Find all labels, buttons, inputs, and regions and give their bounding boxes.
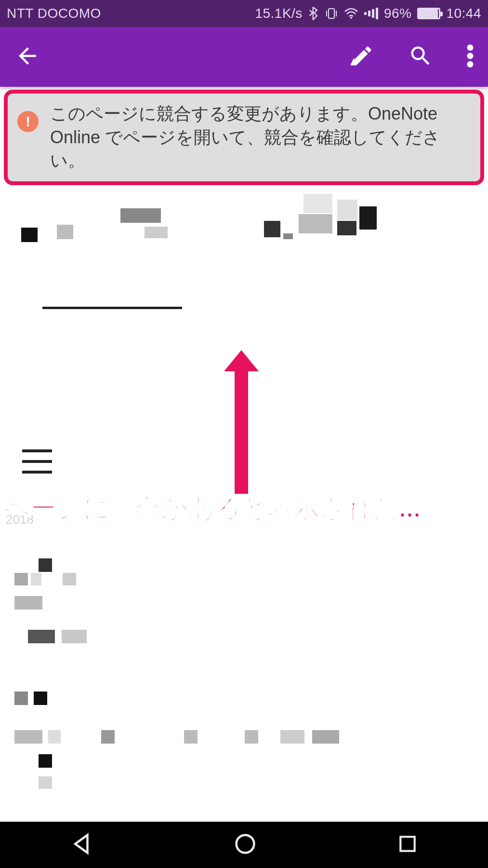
redacted-block	[57, 225, 73, 239]
note-content-area[interactable]: 2018 ページに競合があると表示された...	[0, 185, 488, 868]
redacted-block	[28, 630, 55, 643]
banner-text: このページに競合する変更があります。OneNote Online でページを開い…	[50, 102, 471, 173]
redacted-block	[264, 221, 280, 237]
edit-pen-button[interactable]	[349, 43, 374, 70]
redacted-block	[337, 221, 356, 235]
carrier-label: NTT DOCOMO	[7, 6, 101, 21]
redacted-block	[34, 692, 47, 705]
redacted-block	[14, 596, 42, 610]
redacted-block	[14, 730, 42, 744]
redacted-block	[48, 730, 61, 744]
status-bar: NTT DOCOMO 15.1K/s 96% 10:44	[0, 0, 488, 27]
redacted-block	[184, 730, 198, 744]
network-speed: 15.1K/s	[255, 6, 302, 21]
svg-point-1	[350, 17, 352, 19]
redacted-block	[283, 233, 293, 239]
redacted-block	[101, 730, 115, 744]
battery-percent: 96%	[384, 6, 412, 21]
svg-rect-6	[400, 837, 414, 851]
android-nav-bar	[0, 822, 488, 868]
redacted-block	[39, 754, 52, 768]
redacted-block	[39, 558, 52, 572]
signal-icon	[364, 8, 378, 19]
annotation-arrow	[235, 367, 248, 494]
bluetooth-icon	[308, 7, 319, 20]
redacted-block	[39, 776, 52, 789]
redacted-block	[337, 200, 357, 220]
redacted-block	[312, 730, 339, 744]
search-button[interactable]	[408, 43, 433, 70]
redacted-block	[280, 730, 304, 744]
redacted-block	[31, 573, 41, 585]
svg-point-4	[467, 61, 474, 68]
warning-icon: !	[17, 111, 39, 132]
conflict-banner[interactable]: ! このページに競合する変更があります。OneNote Online でページを…	[4, 90, 484, 185]
svg-point-2	[467, 44, 474, 51]
redacted-block	[62, 630, 87, 643]
redacted-block	[63, 573, 76, 585]
redacted-block	[303, 194, 332, 213]
nav-recent-button[interactable]	[397, 834, 418, 856]
wifi-icon	[344, 8, 358, 19]
svg-point-3	[467, 53, 474, 59]
back-button[interactable]	[14, 62, 40, 70]
app-bar	[0, 27, 488, 87]
redacted-block	[42, 307, 182, 309]
list-icon	[22, 449, 52, 481]
redacted-block	[299, 214, 332, 233]
vibrate-icon	[325, 7, 338, 20]
redacted-block	[359, 206, 377, 230]
battery-icon	[417, 8, 440, 19]
redacted-block	[14, 573, 28, 585]
clock: 10:44	[446, 6, 481, 21]
svg-rect-0	[329, 9, 334, 18]
nav-back-button[interactable]	[71, 833, 93, 857]
svg-point-5	[236, 835, 254, 853]
redacted-block	[14, 692, 28, 705]
annotation-text: ページに競合があると表示された...	[4, 491, 421, 526]
redacted-block	[120, 208, 161, 223]
redacted-block	[145, 227, 168, 238]
nav-home-button[interactable]	[234, 833, 256, 857]
overflow-menu-button[interactable]	[467, 43, 474, 70]
redacted-block	[21, 228, 38, 242]
redacted-block	[245, 730, 258, 744]
